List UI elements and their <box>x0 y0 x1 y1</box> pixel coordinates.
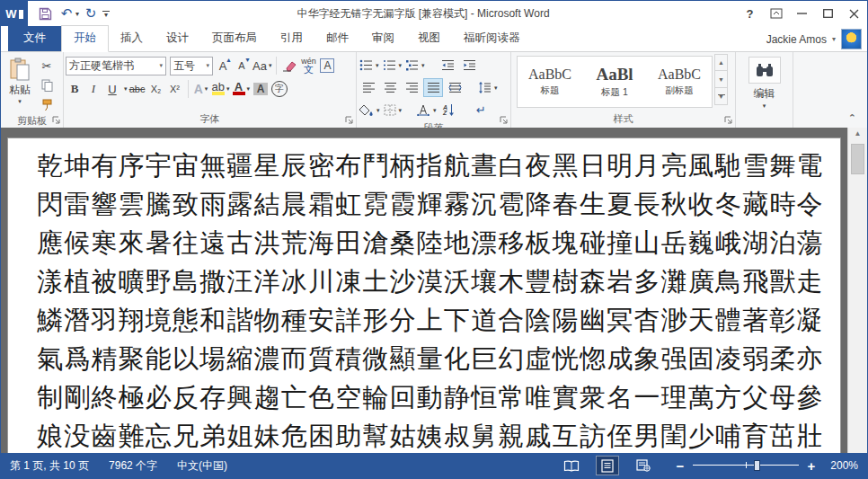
editing-group: 编辑 ▾ <box>736 52 793 128</box>
style-heading1[interactable]: AaBl 标题 1 <box>582 57 647 107</box>
character-shading-button[interactable]: A <box>252 79 270 99</box>
underline-dropdown-icon[interactable]: ▾ <box>124 85 128 93</box>
zoom-percentage[interactable]: 200% <box>824 459 858 472</box>
borders-button[interactable]: ▾ <box>383 101 403 120</box>
character-border-button[interactable]: A <box>318 56 336 75</box>
word-count[interactable]: 7962 个字 <box>109 458 157 474</box>
tab-foxit-reader[interactable]: 福昕阅读器 <box>452 26 532 51</box>
styles-scroll-up-button[interactable]: ▲ <box>714 54 728 71</box>
subscript-button[interactable]: X₂ <box>147 79 165 99</box>
zoom-slider[interactable] <box>693 459 799 472</box>
styles-scroll-down-button[interactable]: ▼ <box>714 71 728 88</box>
avatar[interactable] <box>841 29 862 49</box>
change-case-button[interactable]: Aa▾ <box>252 56 272 75</box>
styles-more-button[interactable]: ▼ <box>714 88 728 105</box>
asian-layout-button[interactable]: ▾ <box>415 101 438 120</box>
language-indicator[interactable]: 中文(中国) <box>177 458 227 474</box>
paragraph-dialog-launcher[interactable] <box>500 116 509 125</box>
enclose-characters-glyph: 字 <box>271 81 288 97</box>
superscript-button[interactable]: X² <box>166 79 184 99</box>
tab-insert[interactable]: 插入 <box>109 26 155 51</box>
customize-qat-button[interactable]: ▾ <box>102 11 110 17</box>
font-size-value: 五号 <box>173 58 195 74</box>
maximize-button[interactable] <box>815 1 841 26</box>
undo-dropdown[interactable]: ▾ <box>75 10 79 18</box>
undo-button[interactable]: ↶ <box>57 4 76 23</box>
paste-button[interactable]: 粘贴 ▾ <box>3 54 37 114</box>
style-title[interactable]: AaBbC 标题 <box>518 57 582 107</box>
highlight-glyph: ab <box>212 83 225 92</box>
tab-page-layout[interactable]: 页面布局 <box>200 26 269 51</box>
zoom-out-button[interactable]: − <box>675 458 686 474</box>
align-right-button[interactable] <box>402 78 421 97</box>
bold-button[interactable]: B <box>66 79 84 99</box>
font-color-button[interactable]: A ▾ <box>232 79 252 99</box>
scrollbar-thumb[interactable] <box>851 144 864 174</box>
font-name-combo[interactable]: 方正硬笔楷书▾ <box>66 57 166 75</box>
vertical-scrollbar[interactable]: ▲ <box>847 128 867 453</box>
copy-button[interactable] <box>37 76 57 94</box>
tab-review[interactable]: 审阅 <box>360 26 406 51</box>
account-area[interactable]: Jackie Amos ▾ <box>766 29 862 49</box>
help-button[interactable]: ? <box>737 1 763 26</box>
tab-design[interactable]: 设计 <box>155 26 200 51</box>
font-dialog-launcher[interactable] <box>345 116 354 125</box>
ribbon-display-options-button[interactable] <box>763 1 789 26</box>
align-center-button[interactable] <box>380 78 400 97</box>
justify-button[interactable] <box>423 78 443 97</box>
highlight-button[interactable]: ab ▾ <box>211 79 231 99</box>
minimize-button[interactable] <box>789 1 815 26</box>
line-spacing-button[interactable]: ▾ <box>477 78 499 97</box>
phonetic-guide-button[interactable]: wén 文 <box>299 56 317 75</box>
shrink-font-button[interactable]: A▼ <box>233 56 251 75</box>
show-marks-button[interactable]: ↵ <box>472 101 492 120</box>
close-icon <box>849 9 859 19</box>
align-left-button[interactable] <box>359 78 378 97</box>
italic-button[interactable]: I <box>84 79 102 99</box>
styles-dialog-launcher[interactable] <box>724 116 733 125</box>
editing-button[interactable]: 编辑 ▾ <box>738 54 791 112</box>
clipboard-group: 粘贴 ▾ ✂ 剪贴板 <box>1 52 64 128</box>
text-effects-button[interactable]: A▾ <box>192 79 210 99</box>
cut-button[interactable]: ✂ <box>37 57 57 75</box>
print-layout-button[interactable] <box>596 456 619 475</box>
read-mode-button[interactable] <box>560 456 583 475</box>
enclose-characters-button[interactable]: 字 <box>270 79 288 99</box>
redo-button[interactable]: ↻ <box>81 4 101 23</box>
multilevel-list-icon <box>405 59 419 71</box>
collapse-ribbon-button[interactable]: ⌃ <box>848 112 856 124</box>
increase-indent-button[interactable] <box>460 56 480 75</box>
numbering-button[interactable]: ▾ <box>382 56 403 75</box>
tab-file[interactable]: 文件 <box>8 26 61 51</box>
copy-icon <box>41 79 53 92</box>
tab-home[interactable]: 开始 <box>61 25 109 52</box>
page-indicator[interactable]: 第 1 页, 共 10 页 <box>10 458 89 474</box>
decrease-indent-button[interactable] <box>438 56 458 75</box>
shading-button[interactable]: ▾ <box>359 101 381 120</box>
zoom-slider-thumb[interactable] <box>754 460 760 471</box>
close-button[interactable] <box>841 1 867 26</box>
strikethrough-button[interactable]: abc <box>128 79 146 99</box>
align-right-icon <box>405 82 419 93</box>
change-case-dropdown-icon: ▾ <box>269 62 272 69</box>
sort-button[interactable]: AZ <box>439 101 459 120</box>
save-button[interactable] <box>35 4 55 23</box>
tab-view[interactable]: 视图 <box>406 26 452 51</box>
zoom-in-button[interactable]: + <box>806 458 817 474</box>
web-layout-button[interactable] <box>632 456 655 475</box>
style-subtitle[interactable]: AaBbC 副标题 <box>647 57 712 107</box>
word-logo-icon[interactable]: W <box>1 1 28 26</box>
underline-button[interactable]: U <box>103 79 121 99</box>
bullets-button[interactable]: ▾ <box>359 56 380 75</box>
tab-references[interactable]: 引用 <box>269 26 314 51</box>
distributed-button[interactable] <box>445 78 465 97</box>
format-painter-button[interactable] <box>37 96 57 114</box>
tab-mailings[interactable]: 邮件 <box>314 26 360 51</box>
clear-formatting-button[interactable] <box>280 56 298 75</box>
scroll-up-icon[interactable]: ▲ <box>848 129 867 137</box>
document-page[interactable]: 乾坤有序宇宙無疆星辰密布鬥柄指航晝白夜黑日明月亮風馳雪舞電 閃雷響雲騰致雨露結晨… <box>7 137 841 453</box>
clipboard-dialog-launcher[interactable] <box>52 116 61 125</box>
multilevel-list-button[interactable]: ▾ <box>404 56 426 75</box>
font-size-combo[interactable]: 五号▾ <box>170 57 213 75</box>
grow-font-button[interactable]: A▲ <box>214 56 232 75</box>
